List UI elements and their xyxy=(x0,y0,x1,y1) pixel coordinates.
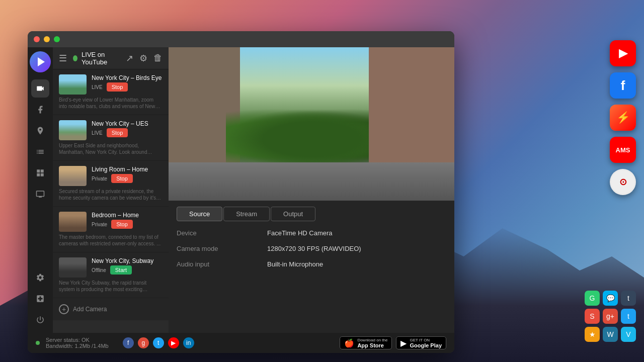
s5-app-icon[interactable]: ⊙ xyxy=(610,169,636,195)
sidebar-item-list[interactable] xyxy=(31,143,49,161)
settings-icon[interactable]: ⚙ xyxy=(139,53,147,64)
add-circle-icon: + xyxy=(59,304,69,314)
add-camera-button[interactable]: + Add Camera xyxy=(53,298,169,320)
video-content xyxy=(169,47,454,201)
social-youtube-icon[interactable]: ▶ xyxy=(168,337,179,348)
camera-name: New York City, Subway xyxy=(92,257,163,264)
lightning-app-icon[interactable]: ⚡ xyxy=(610,105,636,131)
sidebar-item-power[interactable] xyxy=(31,311,49,329)
tab-output[interactable]: Output xyxy=(271,207,315,221)
camera-item-header: New York City – UES LIVE Stop xyxy=(59,120,163,140)
server-status-dot xyxy=(36,341,40,345)
gplus-app-icon[interactable]: g+ xyxy=(603,309,618,324)
stop-button[interactable]: Stop xyxy=(107,128,128,137)
live-label: LIVE on YouTube xyxy=(82,51,120,66)
google-badge-small: GET IT ON xyxy=(410,338,442,342)
start-button[interactable]: Start xyxy=(110,265,132,275)
camera-item-header: Bedroom – Home Private Stop xyxy=(59,212,163,232)
maximize-button[interactable] xyxy=(54,36,60,42)
chat-app-icon[interactable]: 💬 xyxy=(603,291,618,306)
youtube-app-icon[interactable]: ▶ xyxy=(610,40,636,66)
camera-description: The master bedroom, connected to my list… xyxy=(59,234,163,247)
sidebar-item-medical[interactable] xyxy=(31,290,49,308)
right-panel: Source Stream Output Device FaceTime HD … xyxy=(169,47,454,333)
right-app-icons: ▶ f ⚡ AMS ⊙ xyxy=(610,40,636,195)
menu-icon[interactable]: ☰ xyxy=(59,53,67,64)
social-twitter-icon[interactable]: t xyxy=(153,337,164,348)
camera-thumbnail xyxy=(59,212,87,232)
stop-button[interactable]: Stop xyxy=(111,174,133,183)
google-badge-large: Google Play xyxy=(410,342,442,348)
camera-description: New York City Subway, the rapid transit … xyxy=(59,280,163,293)
status-badge: Offline xyxy=(92,267,106,273)
yellow-app-icon[interactable]: ★ xyxy=(585,327,600,342)
camera-status: LIVE Stop xyxy=(92,128,163,137)
right-icons-row-3: ★ W V xyxy=(585,327,636,342)
top-bar-actions: ↗ ⚙ 🗑 xyxy=(126,53,163,64)
device-label: Device xyxy=(177,229,267,237)
stop-button[interactable]: Stop xyxy=(111,220,133,229)
sidebar-item-cameras[interactable] xyxy=(31,79,49,98)
facebook-app-icon[interactable]: f xyxy=(610,72,636,99)
camera-thumbnail xyxy=(59,74,87,95)
s-app-icon[interactable]: S xyxy=(585,309,600,324)
tumblr-app-icon[interactable]: t xyxy=(621,291,636,306)
google-play-badge[interactable]: ▶ GET IT ON Google Play xyxy=(396,336,446,349)
right-app-icons-bottom: G 💬 t S g+ t ★ W V xyxy=(585,291,636,342)
camera-item-header: Living Room – Home Private Stop xyxy=(59,166,163,186)
google-badge-text: GET IT ON Google Play xyxy=(410,338,442,348)
share-icon[interactable]: ↗ xyxy=(126,53,133,64)
audio-input-label: Audio input xyxy=(177,260,267,268)
list-item[interactable]: New York City – UES LIVE Stop Upper East… xyxy=(53,115,169,161)
stop-button[interactable]: Stop xyxy=(107,82,128,92)
apple-app-store-badge[interactable]: 🍎 Download on the App Store xyxy=(340,336,392,349)
close-button[interactable] xyxy=(34,36,40,42)
camera-mode-value: 644x362 30 FPS (RAWVIDEO) xyxy=(267,245,446,252)
top-bar: ☰ LIVE on YouTube ↗ ⚙ 🗑 xyxy=(53,47,169,69)
app-window: ☰ LIVE on YouTube ↗ ⚙ 🗑 xyxy=(28,31,454,353)
social-facebook-icon[interactable]: f xyxy=(123,337,134,348)
green-app-icon[interactable]: G xyxy=(585,291,600,306)
tab-source[interactable]: Source xyxy=(177,207,222,221)
camera-description: Secured stream of a private residence, t… xyxy=(59,188,163,201)
play-icon xyxy=(38,57,45,66)
ams-app-icon[interactable]: AMS xyxy=(610,137,636,163)
app-logo[interactable] xyxy=(30,51,51,72)
camera-name: New York City – Birds Eye xyxy=(92,74,163,81)
traffic-lights xyxy=(34,36,60,42)
list-item[interactable]: Bedroom – Home Private Stop The master b… xyxy=(53,207,169,252)
sidebar-item-book[interactable] xyxy=(31,101,49,119)
camera-status: Private Stop xyxy=(92,174,163,183)
list-item[interactable]: New York City, Subway Offline Start New … xyxy=(53,252,169,298)
right-icons-row-1: G 💬 t xyxy=(585,291,636,306)
delete-icon[interactable]: 🗑 xyxy=(153,53,163,64)
tab-stream[interactable]: Stream xyxy=(223,207,270,221)
camera-name: Bedroom – Home xyxy=(92,212,163,219)
live-dot xyxy=(73,55,77,61)
apple-badge-large: App Store xyxy=(357,342,387,348)
list-item[interactable]: New York City – Birds Eye LIVE Stop Bird… xyxy=(53,69,169,115)
list-item[interactable]: Living Room – Home Private Stop Secured … xyxy=(53,161,169,207)
sidebar-item-location[interactable] xyxy=(31,122,49,140)
live-indicator: LIVE on YouTube xyxy=(73,51,120,66)
camera-description: Upper East Side and neighborhood, Manhat… xyxy=(59,142,163,155)
sidebar-item-grid[interactable] xyxy=(31,164,49,182)
sidebar-icons xyxy=(28,47,53,333)
main-content: ☰ LIVE on YouTube ↗ ⚙ 🗑 xyxy=(28,47,454,333)
audio-input-value: Built-in Microphone xyxy=(267,260,446,268)
vimeo-app-icon[interactable]: V xyxy=(621,327,636,342)
social-linkedin-icon[interactable]: in xyxy=(183,337,194,348)
social-googleplus-icon[interactable]: g xyxy=(138,337,149,348)
add-camera-label: Add Camera xyxy=(73,306,107,313)
camera-thumbnail xyxy=(59,166,87,186)
minimize-button[interactable] xyxy=(44,36,50,42)
sidebar-item-monitor[interactable] xyxy=(31,185,49,203)
app-store-badges: 🍎 Download on the App Store ▶ GET IT ON … xyxy=(340,336,446,349)
wordpress-app-icon[interactable]: W xyxy=(603,327,618,342)
info-grid: Device FaceTime HD Camera Camera mode 12… xyxy=(177,229,446,268)
camera-status: Private Stop xyxy=(92,220,163,229)
twitter-app-icon[interactable]: t xyxy=(621,309,636,324)
sidebar-item-settings[interactable] xyxy=(31,268,49,287)
tab-row: Source Stream Output xyxy=(177,207,446,221)
camera-description: Bird's-eye view of Lower Manhattan, zoom… xyxy=(59,97,163,110)
